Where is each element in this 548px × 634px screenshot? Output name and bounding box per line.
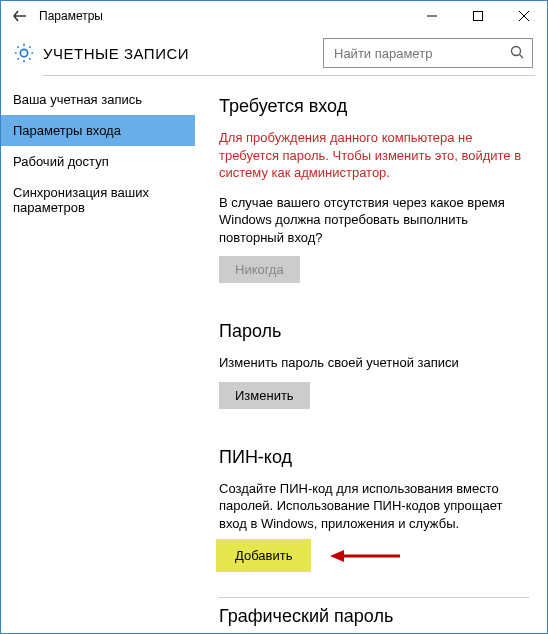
back-button[interactable] <box>9 5 31 27</box>
add-pin-button[interactable]: Добавить <box>219 542 308 569</box>
svg-rect-1 <box>474 12 483 21</box>
signin-warning-text: Для пробуждения данного компьютера не тр… <box>219 129 529 182</box>
sidebar-item-account[interactable]: Ваша учетная запись <box>1 84 195 115</box>
window-controls <box>409 1 547 31</box>
sidebar: Ваша учетная запись Параметры входа Рабо… <box>1 76 195 628</box>
section-title-picture-password: Графический пароль <box>219 606 529 627</box>
gear-icon <box>9 42 39 64</box>
section-title-signin: Требуется вход <box>219 96 529 117</box>
signin-description: В случае вашего отсутствия через какое в… <box>219 194 529 247</box>
maximize-button[interactable] <box>455 1 501 31</box>
sidebar-item-sign-in-options[interactable]: Параметры входа <box>1 115 195 146</box>
search-input[interactable] <box>332 45 506 62</box>
window-title: Параметры <box>39 9 103 23</box>
svg-marker-7 <box>330 550 344 562</box>
svg-line-5 <box>520 54 524 58</box>
close-button[interactable] <box>501 1 547 31</box>
sidebar-item-work-access[interactable]: Рабочий доступ <box>1 146 195 177</box>
section-title-password: Пароль <box>219 321 529 342</box>
search-input-container[interactable] <box>323 38 533 68</box>
pin-description: Создайте ПИН-код для использования вмест… <box>219 480 529 533</box>
section-divider <box>219 597 529 598</box>
header: УЧЕТНЫЕ ЗАПИСИ <box>1 31 547 75</box>
section-title-pin: ПИН-код <box>219 447 529 468</box>
sidebar-item-label: Ваша учетная запись <box>13 92 142 107</box>
signin-interval-button: Никогда <box>219 256 300 283</box>
annotation-arrow-icon <box>330 547 400 565</box>
minimize-button[interactable] <box>409 1 455 31</box>
search-icon <box>510 45 524 62</box>
content: Требуется вход Для пробуждения данного к… <box>195 76 547 628</box>
page-title: УЧЕТНЫЕ ЗАПИСИ <box>43 45 323 62</box>
sidebar-item-label: Рабочий доступ <box>13 154 109 169</box>
title-bar: Параметры <box>1 1 547 31</box>
sidebar-item-sync[interactable]: Синхронизация ваших параметров <box>1 177 195 223</box>
sidebar-item-label: Синхронизация ваших параметров <box>13 185 149 215</box>
svg-point-4 <box>512 46 521 55</box>
change-password-button[interactable]: Изменить <box>219 382 310 409</box>
password-description: Изменить пароль своей учетной записи <box>219 354 529 372</box>
sidebar-item-label: Параметры входа <box>13 123 121 138</box>
